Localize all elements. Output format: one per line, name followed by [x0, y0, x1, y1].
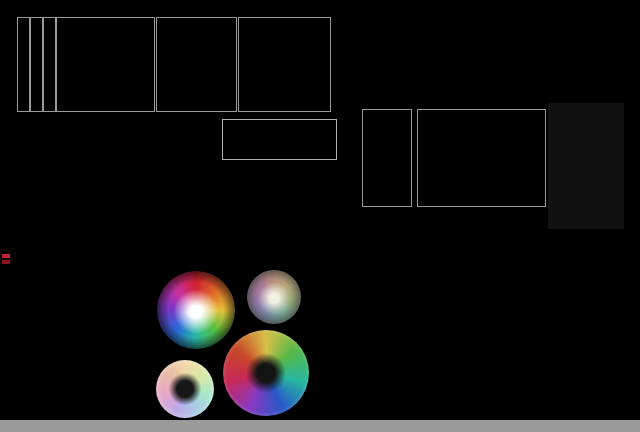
hue-saturation-polar [15, 302, 149, 418]
sat-map-128 [156, 17, 237, 112]
comp-panel-spring-green-rose [458, 353, 528, 418]
half-tone-small-row [15, 260, 311, 265]
comp-panel-orange-azure [386, 273, 456, 341]
comp-panel-green-magenta [386, 353, 456, 418]
useful-mixes-grid [548, 10, 626, 104]
mini-swatch-column [215, 110, 221, 210]
polar-circle-s96-b [156, 360, 214, 418]
bri-sat-histogram [548, 103, 624, 229]
gradient-strip-3 [43, 17, 56, 112]
half-tone-row [15, 244, 543, 258]
comp-panel-yellow-blue [458, 273, 528, 341]
polar-circle-s255-b [223, 330, 309, 416]
sat-map-255 [56, 17, 155, 112]
primary-ranges-panel [536, 229, 636, 419]
palette-row [15, 232, 543, 242]
comp-panel-red-cyan [312, 273, 382, 341]
bri-hue-scatter-plot [417, 109, 546, 207]
hlf-mark-2 [2, 260, 10, 264]
gradient-strip-rows [15, 112, 213, 210]
close-cols-row-2 [222, 185, 336, 200]
polar-circle-s96-a [247, 270, 301, 324]
gradient-strip-1 [17, 17, 30, 112]
tick-marks-column [346, 17, 350, 213]
analyze-palette-app [0, 0, 640, 432]
gradient-strip-2 [30, 17, 43, 112]
bri-match-column [332, 17, 344, 110]
hlf-mark-1 [2, 254, 10, 258]
colspace12-grid [19, 273, 147, 303]
hue-tick-row [420, 209, 544, 211]
polar-circle-s255-a [157, 271, 235, 349]
indexed-palette-grid [222, 119, 337, 160]
sat-map-48 [238, 17, 331, 112]
footer-bar [0, 420, 640, 432]
neutral-gray-row [55, 212, 543, 231]
rgb-colorspace-cubes [356, 16, 546, 104]
sat-scatter-plot [362, 109, 412, 207]
close-cols-row-1 [222, 168, 336, 183]
comp-panel-chartreuse-violet [312, 353, 382, 418]
